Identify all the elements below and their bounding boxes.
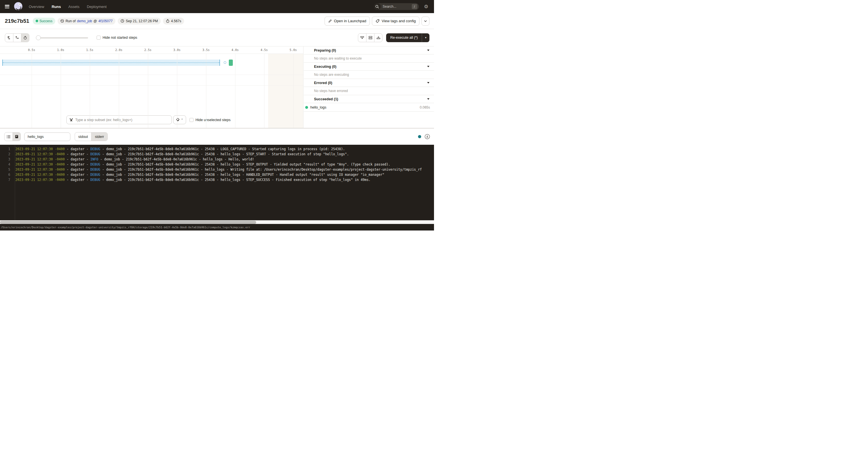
log-timestamp: 2023-09-21 12:07:30 -0400 [16,157,65,161]
gridline [264,54,265,128]
search-input[interactable]: Search... / [374,3,419,10]
hide-unselected-checkbox[interactable] [189,118,193,122]
log-line: 22023-09-21 12:07:30 -0400 - dagster - D… [0,152,434,157]
expand-up-icon [376,36,380,40]
dagster-run-page: OverviewRunsAssetsDeployment Search... /… [0,0,434,230]
log-line-number: 1 [0,147,12,152]
stopwatch-icon [23,36,27,40]
caret-down-icon [427,50,429,51]
tag-icon [376,19,379,23]
panel-empty-message: No steps are executing [304,71,434,79]
stdout-stderr-tabs: stdoutstderr [75,132,108,141]
log-path-footer: /Users/erincochran/Desktop/dagster-examp… [0,224,434,230]
gridline [90,54,90,128]
axis-tick-label: 1.5s [86,48,93,52]
panel-empty-message: No steps have errored [304,87,434,95]
log-line: 62023-09-21 12:07:30 -0400 - dagster - D… [0,172,434,177]
hide-unselected-label: Hide unselected steps [195,118,230,122]
search-placeholder: Search... [383,5,396,8]
log-level: DEBUG [90,162,100,166]
duration-tag: 4.567s [163,18,184,25]
log-structured-view-button[interactable] [5,132,12,141]
nav-deployment[interactable]: Deployment [87,5,106,9]
tab-stderr[interactable]: stderr [91,132,107,141]
collapse-bottom-button[interactable] [358,34,366,42]
log-level: INFO [90,157,98,161]
collapse-down-icon [360,36,364,40]
hide-not-started-label: Hide not started steps [102,36,137,40]
log-timestamp: 2023-09-21 12:07:30 -0400 [16,178,65,182]
log-step-filter-input[interactable]: hello_logs [24,132,70,141]
axis-tick-label: 4.0s [231,48,239,52]
job-link[interactable]: demo_job [77,19,92,23]
nav-overview[interactable]: Overview [29,5,44,9]
view-timed-button[interactable] [21,34,29,42]
log-line-text: 2023-09-21 12:07:30 -0400 - dagster - DE… [12,172,384,177]
step-waiting-band[interactable] [2,60,220,66]
panel-section-header[interactable]: Errored (0) [304,79,434,87]
log-timestamp: 2023-09-21 12:07:30 -0400 [16,167,65,172]
nav-assets[interactable]: Assets [68,5,80,9]
commit-link[interactable]: 4f105077 [98,19,113,23]
axis-tick-label: 2.5s [144,48,151,52]
log-line: 52023-09-21 12:07:30 -0400 - dagster - D… [0,167,434,172]
graph-query-toggle-button[interactable]: ⌃ [173,115,186,124]
log-line-number: 2 [0,152,12,157]
split-panels-button[interactable] [366,34,374,42]
split-panels-icon [368,36,372,40]
zoom-slider-handle[interactable] [36,35,41,40]
horizontal-scrollbar-thumb[interactable] [0,221,256,224]
run-of-tag: Run of demo_job @ 4f105077 [58,18,116,25]
nav-runs[interactable]: Runs [52,5,61,9]
log-line-number: 4 [0,162,12,167]
log-line-number: 7 [0,177,12,182]
caret-down-icon [427,66,429,67]
log-line: 32023-09-21 12:07:30 -0400 - dagster - I… [0,157,434,162]
download-icon[interactable] [425,134,430,139]
view-tags-config-button[interactable]: View tags and config [372,17,420,26]
raw-log-icon [15,135,19,139]
horizontal-scrollbar[interactable] [0,220,434,224]
gantt-axis: 0.5s1.0s1.5s2.0s2.5s3.0s3.5s4.0s4.5s5.0s [0,47,303,54]
run-actions-caret-button[interactable] [422,17,429,26]
panel-section-header[interactable]: Succeeded (1) [304,95,434,103]
log-line: 42023-09-21 12:07:30 -0400 - dagster - D… [0,162,434,167]
header-right: Search... / ⚙ [374,3,428,10]
axis-tick-label: 1.0s [57,48,64,52]
zoom-slider-track[interactable] [36,37,88,38]
gantt-chart: 0.5s1.0s1.5s2.0s2.5s3.0s3.5s4.0s4.5s5.0s… [0,47,304,128]
zoom-slider[interactable] [36,33,88,42]
view-mode-segmented [5,33,29,42]
capture-status-dot [418,135,421,138]
reexecute-caret-button[interactable]: ▾ [422,33,429,42]
axis-tick-label: 2.0s [115,48,122,52]
hide-not-started-checkbox[interactable] [97,36,101,40]
log-timestamp: 2023-09-21 12:07:30 -0400 [16,173,65,177]
panel-section-title: Succeeded (1) [314,97,338,101]
succeeded-step-row[interactable]: hello_logs0.065s [304,103,434,112]
tab-stdout[interactable]: stdout [75,132,91,141]
step-exec-bar[interactable] [229,60,233,66]
reexecute-all-button[interactable]: Re-execute all (*) ▾ [386,33,429,42]
log-line-text: 2023-09-21 12:07:30 -0400 - dagster - DE… [12,167,422,172]
gridline [206,54,206,128]
expand-up-button[interactable] [374,34,382,42]
search-shortcut-badge: / [412,4,417,9]
step-duration: 0.065s [420,105,430,110]
caret-down-icon [427,82,429,84]
view-waterfall-button[interactable] [13,34,21,42]
gear-icon[interactable]: ⚙ [424,4,428,9]
panel-section-header[interactable]: Preparing (0) [304,47,434,54]
flat-gantt-icon [7,36,11,40]
log-level: DEBUG [90,178,100,182]
step-subset-input[interactable]: Type a step subset (ex: hello_logs+) [66,115,172,124]
panel-section-title: Preparing (0) [314,49,336,53]
dagster-logo-icon[interactable] [13,2,23,11]
open-in-launchpad-button[interactable]: Open in Launchpad [324,17,370,26]
panel-section-header[interactable]: Executing (0) [304,63,434,71]
panel-section-title: Errored (0) [314,81,332,85]
log-raw-view-button[interactable] [12,132,21,141]
log-view-segmented [4,132,21,141]
hamburger-menu-icon[interactable] [5,5,9,8]
view-flat-button[interactable] [5,34,13,42]
